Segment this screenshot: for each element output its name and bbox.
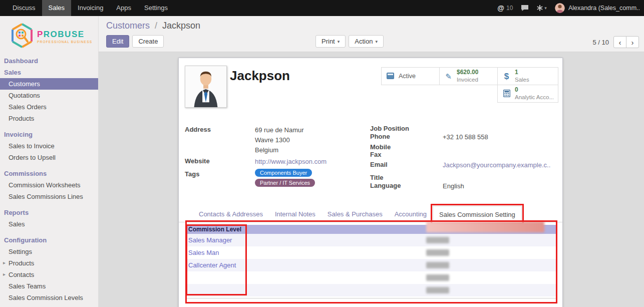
- topbar-right: @ 10 ▾ Alexandra (Sales_comm..: [497, 3, 644, 13]
- sidebar-section-dashboard[interactable]: Dashboard: [0, 55, 98, 67]
- breadcrumb: Customers / Jackpson: [106, 21, 200, 31]
- breadcrumb-customers[interactable]: Customers: [106, 21, 150, 31]
- caret-down-icon: ▾: [544, 6, 547, 11]
- expand-arrow-icon[interactable]: ▸: [3, 260, 6, 265]
- address-city: Wavre 1300: [255, 136, 290, 144]
- content-area: Jackpson Active ✎ $620.00 Invoiced: [99, 52, 644, 307]
- column-header-commission-level[interactable]: Commission Level: [186, 225, 426, 234]
- menu-settings[interactable]: Settings: [138, 0, 174, 16]
- sidebar-section-configuration[interactable]: Configuration: [0, 234, 98, 246]
- breadcrumb-separator: /: [155, 21, 157, 31]
- sidebar-item-reports-sales[interactable]: Sales: [0, 218, 98, 230]
- probuse-logo: PROBUSE PROFESSIONAL BUSINESS: [0, 16, 98, 55]
- sidebar-item-customers[interactable]: Customers: [0, 78, 98, 90]
- invoiced-button[interactable]: ✎ $620.00 Invoiced: [439, 67, 498, 85]
- table-row-sales-manager[interactable]: Sales Manager: [186, 234, 557, 246]
- customer-photo: [185, 66, 227, 108]
- website-link[interactable]: http://www.jackpson.com: [255, 158, 327, 165]
- print-label: Print: [321, 38, 335, 45]
- sales-count-label: Sales: [515, 76, 529, 83]
- action-buttons: Print ▾ Action ▾: [315, 35, 384, 48]
- dollar-icon: $: [502, 72, 511, 81]
- create-button[interactable]: Create: [132, 35, 164, 48]
- sidebar-item-sales-to-invoice[interactable]: Sales to Invoice: [0, 140, 98, 152]
- sidebar-item-products[interactable]: Products: [0, 113, 98, 124]
- website-label: Website: [185, 157, 210, 165]
- sidebar-item-sales-commission-levels[interactable]: Sales Commission Levels: [0, 292, 98, 303]
- table-row-sales-man[interactable]: Sales Man: [186, 246, 557, 259]
- menu-apps[interactable]: Apps: [110, 0, 138, 16]
- fax-label: Fax: [370, 151, 381, 158]
- sales-count-value: 1: [515, 69, 529, 76]
- customer-form-sheet: Jackpson Active ✎ $620.00 Invoiced: [178, 58, 563, 307]
- table-row-callcenter-agent[interactable]: Callcenter Agent: [186, 259, 557, 271]
- sidebar-item-sales-orders[interactable]: Sales Orders: [0, 101, 98, 113]
- sidebar-section-sales[interactable]: Sales: [0, 67, 98, 78]
- mention-count: 10: [506, 5, 513, 12]
- table-row-empty[interactable]: [186, 271, 557, 284]
- sidebar-section-reports[interactable]: Reports: [0, 207, 98, 218]
- probuse-logo-icon: [11, 23, 33, 50]
- commission-level-cell: Sales Man: [186, 249, 219, 256]
- sidebar-item-settings[interactable]: Settings: [0, 246, 98, 257]
- title-label: Title: [370, 174, 384, 181]
- sidebar-item-commission-worksheets[interactable]: Commission Worksheets: [0, 179, 98, 191]
- invoiced-label: Invoiced: [457, 76, 478, 83]
- pager-next-button[interactable]: ›: [626, 36, 639, 48]
- menu-discuss[interactable]: Discuss: [6, 0, 42, 16]
- mentions-button[interactable]: @ 10: [497, 4, 513, 12]
- caret-down-icon: ▾: [338, 39, 340, 44]
- redacted-cell: [426, 249, 449, 256]
- table-footer-line: [186, 298, 557, 298]
- pager-previous-button[interactable]: ‹: [613, 36, 626, 48]
- tab-sales-commission-setting[interactable]: Sales Commission Setting: [433, 206, 522, 222]
- sales-count-button[interactable]: $ 1 Sales: [497, 67, 558, 85]
- menu-invoicing[interactable]: Invoicing: [71, 0, 110, 16]
- sidebar-item-sales-teams[interactable]: Sales Teams: [0, 280, 98, 292]
- probuse-logo-text: PROBUSE PROFESSIONAL BUSINESS: [37, 30, 92, 44]
- email-link[interactable]: Jackpson@yourcompany.example.c..: [443, 161, 550, 169]
- tab-internal-notes[interactable]: Internal Notes: [269, 206, 321, 222]
- sidebar-item-label: Products: [9, 259, 34, 267]
- breadcrumb-current: Jackpson: [162, 21, 200, 31]
- logo-tagline: PROFESSIONAL BUSINESS: [37, 40, 92, 44]
- expand-arrow-icon[interactable]: ▸: [3, 271, 6, 277]
- debug-menu-icon[interactable]: ▾: [537, 5, 547, 11]
- sidebar-item-quotations[interactable]: Quotations: [0, 90, 98, 101]
- analytic-accounts-button[interactable]: 0 Analytic Acco...: [497, 85, 558, 103]
- address-country: Belgium: [255, 146, 278, 154]
- pencil-icon: ✎: [444, 73, 453, 80]
- edit-button[interactable]: Edit: [106, 35, 129, 48]
- sidebar-item-orders-to-upsell[interactable]: Orders to Upsell: [0, 152, 98, 163]
- app-window: Discuss Sales Invoicing Apps Settings @ …: [0, 0, 644, 307]
- commission-table: Commission Level Sales Manager Sales Man…: [186, 225, 557, 305]
- invoiced-value: $620.00: [457, 69, 478, 76]
- tab-accounting[interactable]: Accounting: [389, 206, 433, 222]
- sidebar-item-config-products[interactable]: ▸ Products: [0, 257, 98, 269]
- print-dropdown[interactable]: Print ▾: [315, 35, 346, 48]
- active-button[interactable]: Active: [381, 67, 440, 85]
- pager-value: 5 / 10: [592, 39, 609, 46]
- language-value: English: [443, 182, 464, 190]
- tab-contacts-addresses[interactable]: Contacts & Addresses: [193, 206, 269, 222]
- language-label: Language: [370, 182, 401, 189]
- main-menu: Discuss Sales Invoicing Apps Settings: [6, 0, 174, 16]
- chat-icon[interactable]: [521, 5, 529, 12]
- table-footer-line: [186, 303, 557, 303]
- notebook-tabs: Contacts & Addresses Internal Notes Sale…: [179, 206, 562, 222]
- sidebar-section-invoicing[interactable]: Invoicing: [0, 129, 98, 140]
- user-menu[interactable]: Alexandra (Sales_comm..: [555, 3, 640, 13]
- pager: 5 / 10 ‹ ›: [592, 36, 639, 48]
- main-area: Customers / Jackpson Edit Create Print ▾…: [99, 16, 644, 307]
- sidebar-item-sales-commissions-lines[interactable]: Sales Commissions Lines: [0, 191, 98, 202]
- sidebar-item-config-contacts[interactable]: ▸ Contacts: [0, 269, 98, 280]
- redacted-cell: [426, 237, 449, 243]
- tab-sales-purchases[interactable]: Sales & Purchases: [321, 206, 389, 222]
- tags-list: Components Buyer Partner / IT Services: [255, 169, 315, 187]
- action-dropdown[interactable]: Action ▾: [349, 35, 384, 48]
- table-row-empty[interactable]: [186, 284, 557, 296]
- commission-level-cell: Sales Manager: [186, 236, 232, 244]
- phone-value: +32 10 588 558: [443, 133, 488, 141]
- menu-sales[interactable]: Sales: [42, 0, 72, 16]
- sidebar-section-commissions[interactable]: Commissions: [0, 168, 98, 179]
